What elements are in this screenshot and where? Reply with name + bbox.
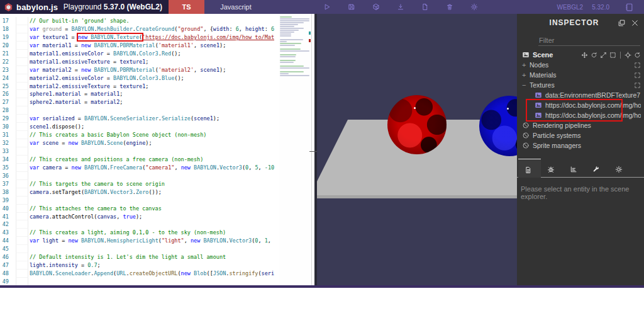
code-line[interactable]: 30scene1.dispose(); [0,123,279,131]
code-lines[interactable]: 17// Our built-in 'ground' shape.18var g… [0,17,279,285]
fold-gutter[interactable] [16,213,28,221]
move-icon[interactable] [581,52,588,59]
new-file-button[interactable] [421,1,432,13]
book-icon[interactable] [625,3,634,12]
fold-gutter[interactable] [16,147,28,156]
editor-minimap[interactable] [279,14,312,285]
code-line[interactable]: 37// This targets the camera to scene or… [0,180,279,188]
code-line[interactable]: 36 [0,172,279,180]
popup-icon[interactable] [618,18,627,28]
render-canvas[interactable] [317,14,517,285]
code-line[interactable]: 38camera.setTarget(BABYLON.Vector3.Zero(… [0,188,279,196]
code-line[interactable]: 46// Default intensity is 1. Let's dim t… [0,253,279,261]
divider-handle[interactable] [309,151,317,152]
tab-stats[interactable] [564,159,586,177]
code-line[interactable]: 34// This creates and positions a free c… [0,156,279,164]
fold-gutter[interactable] [16,245,28,253]
expand-icon[interactable] [634,72,641,79]
tree-item-particle-systems[interactable]: Particle systems [517,130,644,140]
fold-gutter[interactable] [16,25,28,33]
play-button[interactable] [323,1,334,13]
tab-bug[interactable] [541,159,564,177]
fold-gutter[interactable] [16,261,28,270]
code-line[interactable]: 32var scene = new BABYLON.Scene(engine); [0,139,279,147]
save-button[interactable] [347,1,358,13]
fold-gutter[interactable] [16,17,28,25]
tab-gear[interactable] [609,159,631,177]
tree-item-scene[interactable]: Scene [517,50,644,60]
fold-gutter[interactable] [16,172,28,180]
code-line[interactable]: 18var ground = BABYLON.MeshBuilder.Creat… [0,25,279,33]
tree-group-materials[interactable]: +Materials [517,70,644,80]
fold-gutter[interactable] [16,74,28,83]
code-line[interactable]: 44var light = new BABYLON.HemisphericLig… [0,237,279,245]
code-line[interactable]: 26sphere1.material = material1; [0,90,279,98]
fold-gutter[interactable] [16,196,28,205]
fold-gutter[interactable] [16,131,28,139]
scale-icon[interactable] [600,52,607,59]
fold-gutter[interactable] [16,50,28,58]
fold-gutter[interactable] [16,188,28,196]
fold-gutter[interactable] [16,83,28,91]
refresh-icon[interactable] [634,52,641,59]
code-line[interactable]: 35var camera = new BABYLON.FreeCamera("c… [0,164,279,172]
code-editor[interactable]: 17// Our built-in 'ground' shape.18var g… [0,14,314,285]
trash-button[interactable] [445,1,457,13]
expand-icon[interactable] [634,82,641,89]
fold-gutter[interactable] [16,229,28,237]
tree-item-texture[interactable]: data:EnvironmentBRDFTexture7 [517,90,644,100]
fold-gutter[interactable] [16,278,28,285]
fold-gutter[interactable] [16,180,28,188]
code-line[interactable]: 42 [0,220,279,229]
expand-toggle-icon[interactable]: + [522,61,530,69]
code-line[interactable]: 20var material1 = new BABYLON.PBRMateria… [0,42,279,50]
code-line[interactable]: 49 [0,278,279,285]
fold-gutter[interactable] [16,139,28,147]
code-line[interactable]: 31// This creates a basic Babylon Scene … [0,131,279,139]
tab-wrench[interactable] [586,159,609,177]
typescript-toggle-button[interactable]: TS [169,0,204,14]
fold-gutter[interactable] [16,58,28,66]
bounds-icon[interactable] [609,52,616,59]
expand-icon[interactable] [634,62,641,69]
fold-gutter[interactable] [16,66,28,74]
fold-gutter[interactable] [16,115,28,123]
tree-group-nodes[interactable]: +Nodes [517,60,644,70]
code-line[interactable]: 45 [0,245,279,253]
code-line[interactable]: 17// Our built-in 'ground' shape. [0,17,279,25]
pick-icon[interactable] [625,52,631,59]
package-button[interactable] [372,1,383,13]
fold-gutter[interactable] [16,220,28,229]
tree-item-rendering-pipelines[interactable]: Rendering pipelines [517,120,644,130]
download-button[interactable] [396,1,408,13]
collapse-toggle-icon[interactable]: − [522,81,530,89]
fold-gutter[interactable] [16,270,28,278]
fold-gutter[interactable] [16,205,28,213]
fold-gutter[interactable] [16,156,28,164]
close-icon[interactable] [631,18,640,28]
code-line[interactable]: 33 [0,147,279,156]
tab-file-text[interactable] [518,159,541,178]
code-line[interactable]: 28 [0,106,279,115]
tree-item-sprite-managers[interactable]: Sprite managers [517,140,644,151]
code-line[interactable]: 48BABYLON.SceneLoader.Append(URL.createO… [0,270,279,278]
code-line[interactable]: 40// This attaches the camera to the can… [0,205,279,213]
code-line[interactable]: 47light.intensity = 0.7; [0,261,279,270]
tree-group-textures[interactable]: −Textures [517,80,644,90]
fold-gutter[interactable] [16,123,28,131]
expand-toggle-icon[interactable]: + [522,71,530,79]
language-dropdown[interactable]: Javascript [204,0,267,14]
code-line[interactable]: 41camera.attachControl(canvas, true); [0,213,279,221]
code-line[interactable]: 39 [0,196,279,205]
code-line[interactable]: 19var texture1 = new BABYLON.Texture('ht… [0,33,279,42]
rotate-icon[interactable] [591,52,597,59]
code-line[interactable]: 25material2.emissiveTexture = texture1; [0,83,279,91]
code-line[interactable]: 21material1.emissiveColor = BABYLON.Colo… [0,50,279,58]
fold-gutter[interactable] [16,90,28,98]
code-line[interactable]: 43// This creates a light, aiming 0,1,0 … [0,229,279,237]
code-line[interactable]: 24material2.emissiveColor = BABYLON.Colo… [0,74,279,83]
babylon-logo-icon[interactable] [4,3,13,12]
filter-input[interactable] [538,35,640,46]
code-line[interactable]: 27sphere2.material = material2; [0,98,279,106]
fold-gutter[interactable] [16,237,28,245]
